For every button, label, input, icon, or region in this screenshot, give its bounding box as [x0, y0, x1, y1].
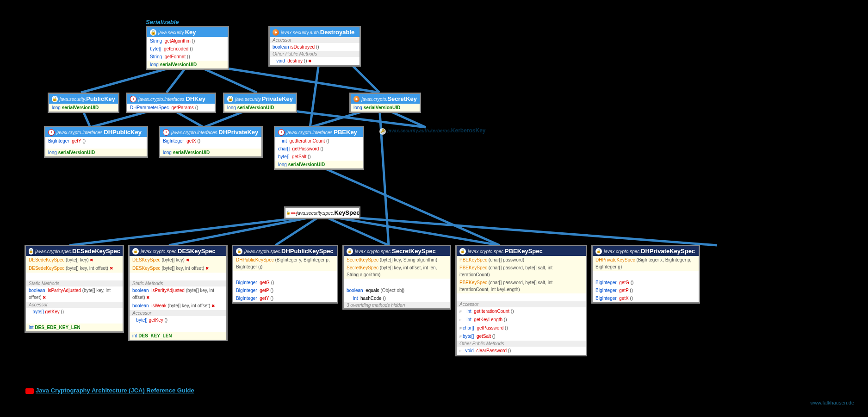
reference-link[interactable]: Java Cryptography Architecture (JCA) Ref… [25, 387, 194, 394]
spec-icon: 🔒 [236, 248, 242, 255]
oracle-icon [25, 388, 34, 394]
class-privatekey[interactable]: 🔒java.security.PrivateKey long serialVer… [223, 93, 297, 113]
spec-icon: 🔒 [459, 248, 466, 255]
connector-lines [0, 0, 868, 417]
lock-icon: 🔒 [150, 29, 156, 36]
lock-icon: 🔒 [227, 96, 233, 102]
class-deskeyspec[interactable]: 🔒javax.crypto.spec.DESKeySpec DESKeySpec… [128, 245, 228, 341]
orb-icon: ● [273, 29, 279, 36]
spec-icon: 🔒 [595, 248, 602, 255]
interface-icon: i [278, 129, 285, 136]
orb-icon: ● [353, 96, 360, 102]
spec-icon: 🔒spec [288, 210, 295, 216]
spec-icon: 🔒 [132, 248, 139, 255]
class-destroyable[interactable]: ●javax.security.auth.Destroyable Accesso… [268, 26, 361, 67]
class-dhprivatekey[interactable]: ijavax.crypto.interfaces.DHPrivateKey Bi… [159, 126, 263, 158]
class-key[interactable]: 🔒java.security.Key String getAlgorithm (… [146, 26, 229, 70]
spec-icon: 🔒 [29, 248, 33, 255]
interface-icon: i [48, 129, 55, 136]
class-secretkey[interactable]: ●javax.crypto.SecretKey long serialVersi… [349, 93, 421, 113]
spec-icon: 🔒 [347, 248, 353, 255]
interface-icon: i [163, 129, 169, 136]
class-dhpublickeyspec[interactable]: 🔒javax.crypto.spec.DHPublicKeySpec DHPub… [232, 245, 338, 304]
class-keyspec[interactable]: 🔒specjava.security.spec.KeySpec [284, 206, 360, 219]
interface-icon: i [130, 96, 136, 102]
class-dhpublickey[interactable]: ijavax.crypto.interfaces.DHPublicKey Big… [44, 126, 148, 158]
class-pbekey[interactable]: ijavax.crypto.interfaces.PBEKey int getI… [274, 126, 364, 170]
class-desedekeyspec[interactable]: 🔒javax.crypto.spec.DESedeKeySpec DESedeK… [25, 245, 124, 333]
kerb-icon: 🔑 [379, 128, 386, 135]
class-publickey[interactable]: 🔒java.security.PublicKey long serialVers… [48, 93, 119, 113]
watermark: www.falkhausen.de [810, 400, 854, 405]
class-dhprivatekeyspec[interactable]: 🔒javax.crypto.spec.DHPrivateKeySpec DHPr… [591, 245, 700, 304]
class-kerberoskey[interactable]: 🔑 javax.security.auth.kerberos.KerberosK… [379, 127, 486, 135]
serializable-label: Serializable [146, 19, 179, 25]
class-pbekeyspec[interactable]: 🔒javax.crypto.spec.PBEKeySpec PBEKeySpec… [455, 245, 587, 356]
class-dhkey[interactable]: ijavax.crypto.interfaces.DHKey DHParamet… [126, 93, 216, 113]
lock-icon: 🔒 [52, 96, 58, 102]
class-secretkeyspec[interactable]: 🔒javax.crypto.spec.SecretKeySpec SecretK… [342, 245, 451, 310]
